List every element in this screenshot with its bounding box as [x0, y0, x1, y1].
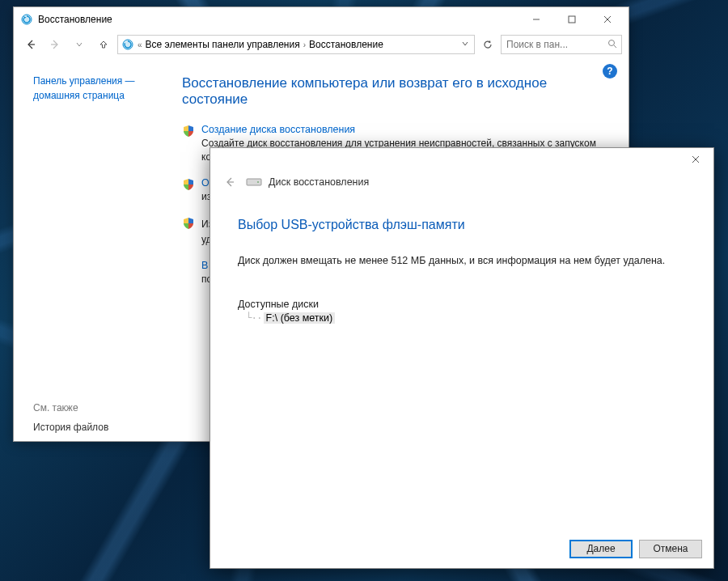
- wizard-note: Диск должен вмещать не менее 512 МБ данн…: [238, 255, 686, 266]
- sidebar: Панель управления — домашняя страница См…: [14, 59, 176, 441]
- titlebar: Восстановление: [14, 7, 629, 32]
- nav-up-button[interactable]: [93, 34, 114, 55]
- breadcrumb[interactable]: « Все элементы панели управления › Восст…: [117, 35, 475, 54]
- svg-rect-2: [569, 16, 575, 23]
- chevron-right-icon: «: [138, 40, 142, 49]
- svg-rect-13: [247, 179, 261, 185]
- minimize-button[interactable]: [518, 8, 554, 31]
- breadcrumb-item[interactable]: Восстановление: [309, 39, 383, 50]
- control-panel-home-link[interactable]: Панель управления — домашняя страница: [33, 74, 166, 103]
- recovery-icon: [121, 38, 134, 51]
- maximize-button[interactable]: [554, 8, 590, 31]
- svg-point-14: [257, 181, 259, 183]
- window-title: Восстановление: [38, 14, 112, 25]
- search-input[interactable]: [501, 35, 622, 54]
- nav-back-button[interactable]: [20, 34, 41, 55]
- search-icon: [607, 39, 618, 51]
- file-history-link[interactable]: История файлов: [33, 422, 166, 433]
- see-also-label: См. также: [33, 402, 166, 413]
- wizard-back-button[interactable]: [220, 172, 239, 192]
- tree-branch-icon: └··: [246, 312, 262, 324]
- svg-point-8: [609, 40, 615, 45]
- recovery-icon: [20, 13, 33, 26]
- create-recovery-drive-link[interactable]: Создание диска восстановления: [201, 124, 606, 135]
- chevron-right-icon: ›: [303, 40, 306, 49]
- cancel-button[interactable]: Отмена: [639, 540, 702, 558]
- available-drives-list: └·· F:\ (без метки): [246, 312, 686, 324]
- page-title: Восстановление компьютера или возврат ег…: [182, 75, 606, 108]
- breadcrumb-item[interactable]: Все элементы панели управления: [146, 39, 300, 50]
- wizard-content: Выбор USB-устройства флэш-памяти Диск до…: [210, 201, 713, 529]
- help-icon[interactable]: ?: [603, 64, 617, 78]
- wizard-title: Диск восстановления: [269, 176, 369, 188]
- available-drives-label: Доступные диски: [238, 299, 686, 310]
- nav-toolbar: « Все элементы панели управления › Восст…: [14, 32, 629, 57]
- close-button[interactable]: [590, 8, 625, 31]
- svg-line-9: [614, 45, 616, 48]
- drive-label: F:\ (без метки): [264, 312, 336, 324]
- shield-icon: [182, 125, 195, 138]
- drive-item[interactable]: └·· F:\ (без метки): [246, 312, 686, 324]
- nav-forward-button[interactable]: [44, 34, 66, 55]
- search-field[interactable]: [505, 38, 607, 51]
- drive-icon: [246, 176, 262, 188]
- wizard-header: Диск восстановления: [210, 171, 713, 201]
- breadcrumb-dropdown[interactable]: [459, 39, 471, 50]
- shield-icon: [182, 217, 195, 230]
- refresh-button[interactable]: [478, 35, 497, 54]
- wizard-close-button[interactable]: [678, 148, 713, 171]
- wizard-heading: Выбор USB-устройства флэш-памяти: [238, 218, 686, 232]
- recent-locations-dropdown[interactable]: [69, 34, 90, 55]
- shield-icon: [182, 178, 195, 191]
- next-button[interactable]: Далее: [569, 540, 633, 558]
- wizard-footer: Далее Отмена: [210, 529, 713, 568]
- recovery-drive-wizard: Диск восстановления Выбор USB-устройства…: [210, 147, 714, 569]
